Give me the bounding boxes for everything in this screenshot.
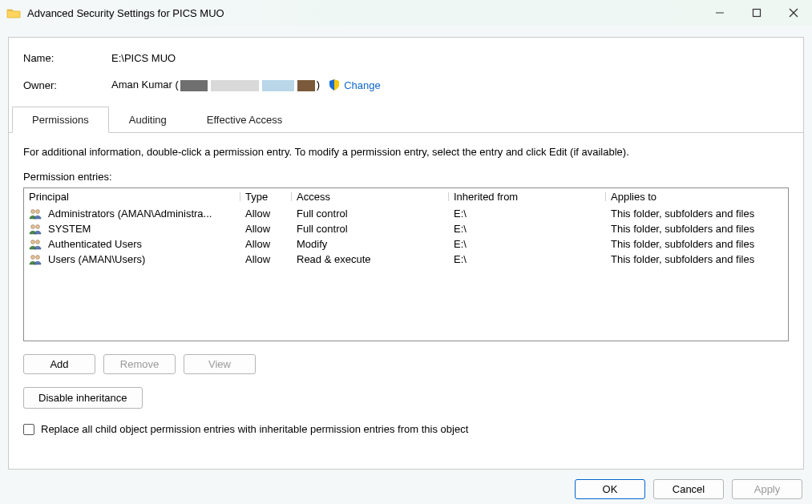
- col-type[interactable]: Type: [245, 191, 297, 203]
- svg-point-11: [36, 255, 40, 259]
- cell-applies: This folder, subfolders and files: [611, 253, 783, 265]
- cell-inherited: E:\: [454, 208, 611, 220]
- cell-applies: This folder, subfolders and files: [611, 208, 783, 220]
- add-button[interactable]: Add: [23, 354, 95, 374]
- cell-principal: Users (AMAN\Users): [29, 253, 245, 265]
- cell-access: Full control: [297, 223, 454, 235]
- table-row[interactable]: Users (AMAN\Users)AllowRead & executeE:\…: [24, 252, 788, 267]
- col-access[interactable]: Access: [297, 191, 454, 203]
- owner-label: Owner:: [23, 79, 111, 91]
- maximize-button[interactable]: [738, 0, 775, 26]
- change-owner-link[interactable]: Change: [344, 79, 381, 91]
- cell-applies: This folder, subfolders and files: [611, 238, 783, 250]
- col-inherited[interactable]: Inherited from: [454, 191, 611, 203]
- permission-table: Principal Type Access Inherited from App…: [23, 187, 789, 341]
- users-group-icon: [29, 208, 43, 220]
- svg-point-6: [31, 224, 35, 228]
- svg-point-7: [36, 224, 40, 228]
- users-group-icon: [29, 239, 43, 250]
- cell-type: Allow: [245, 223, 297, 235]
- svg-point-5: [36, 209, 40, 213]
- permission-entries-label: Permission entries:: [23, 171, 789, 183]
- cell-type: Allow: [245, 238, 297, 250]
- remove-button[interactable]: Remove: [103, 354, 176, 374]
- cell-access: Modify: [297, 238, 454, 250]
- window-title: Advanced Security Settings for PICS MUO: [27, 7, 701, 19]
- svg-point-10: [31, 255, 35, 259]
- cell-access: Full control: [297, 208, 454, 220]
- svg-point-9: [36, 240, 40, 244]
- dialog-footer: OK Cancel Apply: [575, 479, 802, 499]
- name-label: Name:: [23, 52, 111, 64]
- cell-applies: This folder, subfolders and files: [611, 223, 783, 235]
- svg-point-4: [31, 209, 35, 213]
- replace-child-checkbox[interactable]: [23, 424, 34, 435]
- tab-auditing[interactable]: Auditing: [109, 107, 187, 133]
- tab-permissions[interactable]: Permissions: [12, 107, 109, 133]
- title-bar: Advanced Security Settings for PICS MUO: [0, 0, 812, 26]
- info-text: For additional information, double-click…: [23, 146, 789, 158]
- svg-rect-1: [753, 10, 761, 17]
- col-applies[interactable]: Applies to: [611, 191, 783, 203]
- minimize-button[interactable]: [701, 0, 738, 26]
- col-principal[interactable]: Principal: [29, 191, 245, 203]
- users-group-icon: [29, 224, 43, 235]
- tab-effective-access[interactable]: Effective Access: [187, 107, 302, 133]
- cell-principal: Authenticated Users: [29, 238, 245, 250]
- table-header: Principal Type Access Inherited from App…: [24, 188, 788, 206]
- cell-inherited: E:\: [454, 238, 611, 250]
- cell-principal: SYSTEM: [29, 223, 245, 235]
- svg-point-8: [31, 240, 35, 244]
- disable-inheritance-button[interactable]: Disable inheritance: [23, 387, 143, 409]
- main-panel: Name: E:\PICS MUO Owner: Aman Kumar () C…: [8, 37, 804, 470]
- close-button[interactable]: [775, 0, 812, 26]
- users-group-icon: [29, 254, 43, 265]
- name-value: E:\PICS MUO: [111, 52, 176, 64]
- folder-icon: [6, 7, 21, 18]
- tab-strip: Permissions Auditing Effective Access: [9, 106, 803, 133]
- cell-inherited: E:\: [454, 253, 611, 265]
- table-row[interactable]: Authenticated UsersAllowModifyE:\This fo…: [24, 236, 788, 252]
- cell-type: Allow: [245, 253, 297, 265]
- cell-principal: Administrators (AMAN\Administra...: [29, 208, 245, 220]
- view-button[interactable]: View: [184, 354, 256, 374]
- shield-icon: [328, 79, 341, 91]
- owner-value: Aman Kumar (): [111, 79, 320, 91]
- table-row[interactable]: Administrators (AMAN\Administra...AllowF…: [24, 206, 788, 221]
- apply-button[interactable]: Apply: [732, 479, 802, 499]
- ok-button[interactable]: OK: [575, 479, 645, 499]
- cell-type: Allow: [245, 208, 297, 220]
- cell-inherited: E:\: [454, 223, 611, 235]
- table-row[interactable]: SYSTEMAllowFull controlE:\This folder, s…: [24, 221, 788, 236]
- cancel-button[interactable]: Cancel: [653, 479, 724, 499]
- replace-child-label: Replace all child object permission entr…: [41, 423, 468, 435]
- cell-access: Read & execute: [297, 253, 454, 265]
